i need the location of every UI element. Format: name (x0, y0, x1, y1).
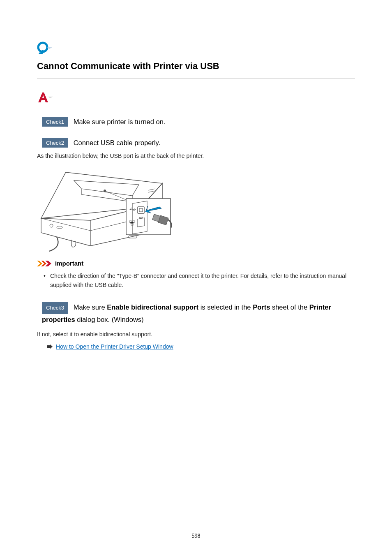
svg-point-2 (57, 226, 62, 229)
check1-text: Make sure printer is turned on. (74, 118, 166, 125)
page-title: Cannot Communicate with Printer via USB (37, 61, 355, 79)
driver-setup-link[interactable]: How to Open the Printer Driver Setup Win… (56, 343, 173, 350)
arrow-right-icon (47, 344, 53, 349)
question-icon (37, 41, 355, 56)
check3-post: dialog box. (Windows) (75, 316, 144, 323)
check3-bold1: Enable bidirectional support (107, 303, 198, 311)
important-header: Important (37, 260, 355, 267)
check3-desc: If not, select it to enable bidirectiona… (37, 331, 355, 338)
check2-line: Check2 Connect USB cable properly. (37, 138, 355, 148)
check3-mid1: is selected in the (198, 303, 253, 311)
check3-text: Check3 Make sure Enable bidirectional su… (42, 302, 355, 325)
check2-text: Connect USB cable properly. (74, 139, 161, 146)
check3-mid2: sheet of the (270, 303, 309, 311)
answer-icon (37, 91, 355, 106)
check3-pre: Make sure (71, 303, 107, 311)
important-bullet: Check the direction of the "Type-B" conn… (45, 272, 355, 289)
svg-point-5 (104, 190, 106, 192)
check3-block: Check3 Make sure Enable bidirectional su… (37, 302, 355, 325)
important-label: Important (55, 260, 83, 267)
link-line: How to Open the Printer Driver Setup Win… (37, 343, 355, 350)
check2-desc: As the illustration below, the USB port … (37, 153, 355, 159)
important-list: Check the direction of the "Type-B" conn… (37, 272, 355, 289)
check3-bold2: Ports (253, 303, 270, 311)
page-number: 598 (0, 533, 392, 539)
svg-point-8 (130, 209, 131, 210)
check2-badge: Check2 (42, 138, 68, 148)
check3-badge: Check3 (42, 302, 68, 314)
check1-badge: Check1 (42, 117, 68, 127)
check1-line: Check1 Make sure printer is turned on. (37, 117, 355, 127)
important-chevron-icon (37, 261, 53, 266)
printer-illustration (37, 165, 174, 252)
svg-point-1 (50, 224, 53, 227)
